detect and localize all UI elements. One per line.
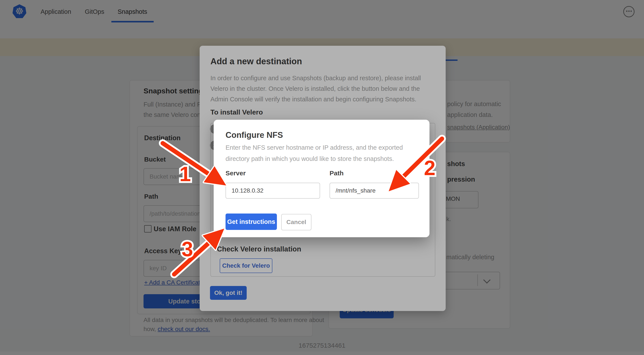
configure-nfs-desc-line1: Enter the NFS server hostname or IP addr… — [226, 144, 403, 151]
nfs-path-input[interactable] — [330, 183, 419, 199]
get-instructions-button[interactable]: Get instructions — [226, 214, 277, 230]
configure-nfs-desc-line2: directory path in which you would like t… — [226, 155, 394, 162]
cancel-button[interactable]: Cancel — [281, 214, 312, 230]
server-label: Server — [226, 170, 246, 177]
nfs-path-label: Path — [330, 170, 344, 177]
admin-console-page: ☸ Application GitOps Snapshots ⋯ Full Sn… — [0, 0, 644, 355]
configure-nfs-title: Configure NFS — [226, 130, 283, 140]
server-input[interactable] — [226, 183, 320, 199]
